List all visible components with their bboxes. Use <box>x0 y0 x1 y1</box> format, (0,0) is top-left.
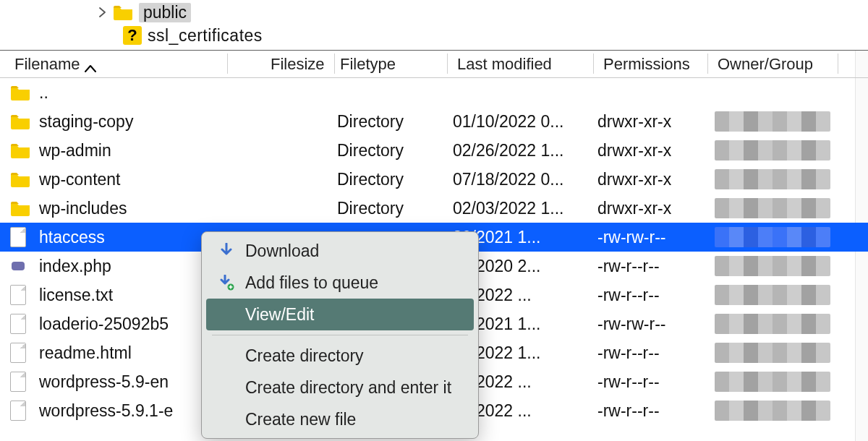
menu-item[interactable]: View/Edit <box>206 299 474 330</box>
file-owner-group <box>715 111 836 132</box>
menu-item-label: Download <box>245 241 319 261</box>
file-row[interactable]: .. <box>0 78 868 107</box>
file-permissions: drwxr-xr-x <box>597 170 713 189</box>
add-to-queue-icon <box>218 275 235 291</box>
header-filesize-label: Filesize <box>271 55 325 74</box>
unknown-icon: ? <box>123 26 142 45</box>
file-name: loaderio-25092b5 <box>39 314 227 334</box>
menu-item[interactable]: Create new file <box>206 403 474 435</box>
sort-ascending-icon <box>84 59 97 69</box>
file-type: Directory <box>337 112 446 132</box>
folder-icon <box>10 171 32 187</box>
folder-icon <box>10 200 32 216</box>
file-icon <box>10 401 32 421</box>
file-owner-group <box>715 285 836 305</box>
menu-item[interactable]: Create directory and enter it <box>206 372 474 403</box>
file-modified: 02/26/2022 1... <box>453 141 597 160</box>
file-row[interactable]: staging-copyDirectory01/10/2022 0...drwx… <box>0 107 868 136</box>
file-permissions: -rw-r--r-- <box>597 343 713 363</box>
file-icon <box>10 227 32 247</box>
file-permissions: -rw-rw-r-- <box>597 314 713 334</box>
menu-item-label: View/Edit <box>245 305 314 325</box>
file-type: Directory <box>337 170 446 189</box>
file-name: wordpress-5.9-en <box>39 372 227 392</box>
file-modified: 07/18/2022 0... <box>453 170 597 189</box>
menu-item[interactable]: Add files to queue <box>206 267 474 299</box>
header-permissions-label: Permissions <box>603 55 690 74</box>
file-name: wp-admin <box>39 141 227 160</box>
file-icon <box>10 343 32 363</box>
column-separator[interactable] <box>838 53 838 74</box>
folder-icon <box>10 85 32 100</box>
column-separator[interactable] <box>227 53 228 74</box>
header-owner-group-label: Owner/Group <box>718 55 813 74</box>
directory-tree: public ? ssl_certificates <box>0 0 868 51</box>
folder-icon <box>10 142 32 158</box>
menu-item-label: Add files to queue <box>245 273 378 293</box>
file-name: wp-content <box>39 170 227 189</box>
file-owner-group <box>715 227 836 247</box>
file-row[interactable]: wp-includesDirectory02/03/2022 1...drwxr… <box>0 194 868 223</box>
file-permissions: -rw-r--r-- <box>597 401 713 421</box>
file-modified: 01/10/2022 0... <box>453 112 597 132</box>
file-permissions: -rw-r--r-- <box>597 286 713 305</box>
header-filetype-label: Filetype <box>340 55 396 74</box>
column-headers: Filename Filesize Filetype Last modified… <box>0 51 868 78</box>
tree-label-ssl: ssl_certificates <box>148 26 263 46</box>
tree-label-public: public <box>139 3 191 22</box>
file-permissions: -rw-rw-r-- <box>597 228 713 247</box>
header-owner-group[interactable]: Owner/Group <box>718 51 813 77</box>
menu-item-label: Create new file <box>245 410 356 429</box>
header-filesize[interactable]: Filesize <box>271 51 325 77</box>
menu-item[interactable]: Download <box>206 235 474 267</box>
file-owner-group <box>715 401 836 421</box>
file-icon <box>10 314 32 334</box>
header-last-modified-label: Last modified <box>457 55 552 74</box>
context-menu: DownloadAdd files to queueView/EditCreat… <box>201 231 479 439</box>
file-owner-group <box>715 343 836 363</box>
file-permissions: drwxr-xr-x <box>597 112 713 132</box>
file-permissions: drwxr-xr-x <box>597 141 713 160</box>
download-icon <box>218 243 235 259</box>
chevron-right-icon[interactable] <box>97 7 107 17</box>
file-name: index.php <box>39 257 227 276</box>
file-name: wp-includes <box>39 199 227 218</box>
column-separator[interactable] <box>447 53 448 74</box>
file-name: staging-copy <box>39 112 227 132</box>
file-row[interactable]: wp-adminDirectory02/26/2022 1...drwxr-xr… <box>0 136 868 165</box>
file-owner-group <box>715 198 836 218</box>
file-icon <box>10 372 32 392</box>
tree-item-ssl[interactable]: ? ssl_certificates <box>87 23 868 48</box>
file-name: wordpress-5.9.1-e <box>39 401 227 421</box>
folder-icon <box>113 4 133 20</box>
column-separator[interactable] <box>707 53 708 74</box>
header-last-modified[interactable]: Last modified <box>457 51 552 77</box>
file-owner-group <box>715 372 836 392</box>
menu-separator <box>212 335 468 335</box>
file-row[interactable]: wp-contentDirectory07/18/2022 0...drwxr-… <box>0 165 868 194</box>
file-owner-group <box>715 256 836 276</box>
column-separator[interactable] <box>334 53 335 74</box>
php-icon <box>10 256 32 276</box>
menu-item-label: Create directory and enter it <box>245 378 451 398</box>
file-owner-group <box>715 169 836 189</box>
file-permissions: drwxr-xr-x <box>597 199 713 218</box>
file-modified: 02/03/2022 1... <box>453 199 597 218</box>
menu-item[interactable]: Create directory <box>206 340 474 372</box>
header-permissions[interactable]: Permissions <box>603 51 690 77</box>
header-filename-label: Filename <box>14 55 80 74</box>
file-name: readme.html <box>39 343 227 363</box>
file-name: htaccess <box>39 228 227 247</box>
folder-icon <box>10 114 32 129</box>
file-name: .. <box>39 83 227 103</box>
file-owner-group <box>715 314 836 334</box>
file-icon <box>10 285 32 305</box>
file-permissions: -rw-r--r-- <box>597 257 713 276</box>
file-type: Directory <box>337 199 446 218</box>
file-name: license.txt <box>39 286 227 305</box>
column-separator[interactable] <box>593 53 594 74</box>
header-filename[interactable]: Filename <box>14 51 97 77</box>
header-filetype[interactable]: Filetype <box>340 51 396 77</box>
menu-item-label: Create directory <box>245 346 364 366</box>
tree-item-public[interactable]: public <box>87 0 868 25</box>
